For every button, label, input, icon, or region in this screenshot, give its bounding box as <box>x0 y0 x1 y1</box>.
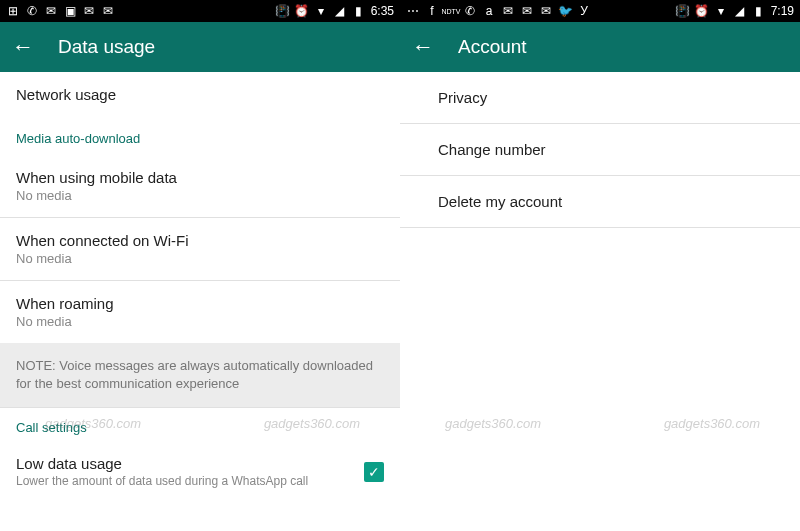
item-title: Privacy <box>438 89 762 106</box>
signal-icon: ◢ <box>733 4 747 18</box>
item-subtitle: Lower the amount of data used during a W… <box>16 474 364 488</box>
section-media-autodownload: Media auto-download <box>0 117 400 154</box>
status-time: 7:19 <box>771 4 794 18</box>
whatsapp-icon: ✆ <box>463 4 477 18</box>
item-title: Low data usage <box>16 455 364 472</box>
item-subtitle: No media <box>16 251 384 266</box>
mail-icon: ✉ <box>539 4 553 18</box>
back-arrow-icon[interactable]: ← <box>12 34 34 60</box>
page-title: Account <box>458 36 527 58</box>
amazon-icon: a <box>482 4 496 18</box>
back-arrow-icon[interactable]: ← <box>412 34 434 60</box>
wifi-icon: ▾ <box>714 4 728 18</box>
item-subtitle: No media <box>16 314 384 329</box>
status-left-icons: ⊞ ✆ ✉ ▣ ✉ ✉ <box>6 4 115 18</box>
screen-account: ⋯ f NDTV ✆ a ✉ ✉ ✉ 🐦 У 📳 ⏰ ▾ ◢ ▮ 7:19 ← … <box>400 0 800 531</box>
app-bar: ← Data usage <box>0 22 400 72</box>
checkbox-low-data[interactable]: ✓ <box>364 462 384 482</box>
item-title: When roaming <box>16 295 384 312</box>
vibrate-icon: 📳 <box>676 4 690 18</box>
section-call-settings: Call settings <box>0 407 400 443</box>
ndtv-icon: NDTV <box>444 4 458 18</box>
item-title: Change number <box>438 141 762 158</box>
item-roaming[interactable]: When roaming No media <box>0 281 400 343</box>
more-icon: ⋯ <box>406 4 420 18</box>
alarm-icon: ⏰ <box>295 4 309 18</box>
item-network-usage[interactable]: Network usage <box>0 72 400 117</box>
settings-content: Privacy Change number Delete my account <box>400 72 800 228</box>
item-subtitle: No media <box>16 188 384 203</box>
item-privacy[interactable]: Privacy <box>400 72 800 124</box>
vibrate-icon: 📳 <box>276 4 290 18</box>
mail-icon: ✉ <box>82 4 96 18</box>
item-title: When using mobile data <box>16 169 384 186</box>
item-title: When connected on Wi-Fi <box>16 232 384 249</box>
item-low-data-usage[interactable]: Low data usage Lower the amount of data … <box>0 443 400 500</box>
facebook-icon: f <box>425 4 439 18</box>
status-bar: ⋯ f NDTV ✆ a ✉ ✉ ✉ 🐦 У 📳 ⏰ ▾ ◢ ▮ 7:19 <box>400 0 800 22</box>
image-icon: ▣ <box>63 4 77 18</box>
page-title: Data usage <box>58 36 155 58</box>
battery-icon: ▮ <box>352 4 366 18</box>
wifi-icon: ▾ <box>314 4 328 18</box>
status-right-icons: 📳 ⏰ ▾ ◢ ▮ 7:19 <box>676 4 794 18</box>
whatsapp-icon: ✆ <box>25 4 39 18</box>
status-left-icons: ⋯ f NDTV ✆ a ✉ ✉ ✉ 🐦 У <box>406 4 591 18</box>
settings-content: Network usage Media auto-download When u… <box>0 72 400 500</box>
watermark: gadgets360.com <box>664 416 760 431</box>
mail-icon: ✉ <box>501 4 515 18</box>
item-change-number[interactable]: Change number <box>400 124 800 176</box>
status-right-icons: 📳 ⏰ ▾ ◢ ▮ 6:35 <box>276 4 394 18</box>
windows-icon: ⊞ <box>6 4 20 18</box>
signal-icon: ◢ <box>333 4 347 18</box>
item-wifi[interactable]: When connected on Wi-Fi No media <box>0 218 400 281</box>
battery-icon: ▮ <box>752 4 766 18</box>
watermark: gadgets360.com <box>445 416 541 431</box>
status-time: 6:35 <box>371 4 394 18</box>
screen-data-usage: ⊞ ✆ ✉ ▣ ✉ ✉ 📳 ⏰ ▾ ◢ ▮ 6:35 ← Data usage … <box>0 0 400 531</box>
mail-icon: ✉ <box>101 4 115 18</box>
item-delete-account[interactable]: Delete my account <box>400 176 800 228</box>
status-bar: ⊞ ✆ ✉ ▣ ✉ ✉ 📳 ⏰ ▾ ◢ ▮ 6:35 <box>0 0 400 22</box>
mail-icon: ✉ <box>44 4 58 18</box>
twitter-icon: 🐦 <box>558 4 572 18</box>
item-title: Network usage <box>16 86 384 103</box>
item-title: Delete my account <box>438 193 762 210</box>
alarm-icon: ⏰ <box>695 4 709 18</box>
note-voice-messages: NOTE: Voice messages are always automati… <box>0 343 400 407</box>
item-mobile-data[interactable]: When using mobile data No media <box>0 154 400 218</box>
mail-icon: ✉ <box>520 4 534 18</box>
app-bar: ← Account <box>400 22 800 72</box>
y-icon: У <box>577 4 591 18</box>
